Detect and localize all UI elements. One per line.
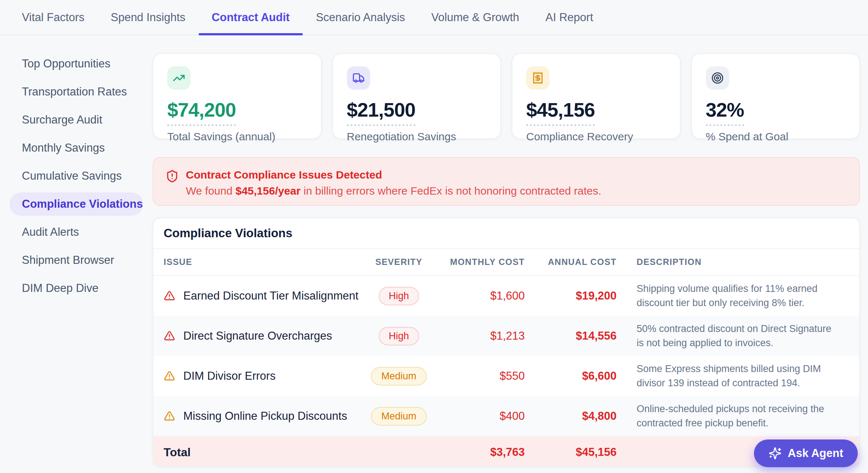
alert-body: We found $45,156/year in billing errors … xyxy=(186,185,601,197)
table-row[interactable]: Earned Discount Tier Misalignment High $… xyxy=(153,276,859,316)
severity-badge: High xyxy=(379,327,419,345)
compliance-violations-table: Compliance Violations Issue Severity Mon… xyxy=(153,218,860,467)
stat-value: $45,156 xyxy=(526,98,595,126)
severity-badge: Medium xyxy=(371,367,426,386)
sidebar-item-top-opportunities[interactable]: Top Opportunities xyxy=(9,52,143,75)
compliance-alert-banner: Contract Compliance Issues Detected We f… xyxy=(153,157,860,206)
sidebar-item-dim-deep-dive[interactable]: DIM Deep Dive xyxy=(9,277,143,300)
issue-description: Some Express shipments billed using DIM … xyxy=(617,357,849,395)
tab-scenario-analysis[interactable]: Scenario Analysis xyxy=(303,0,418,35)
stat-label: % Spend at Goal xyxy=(706,130,846,143)
warning-triangle-icon xyxy=(164,410,175,422)
annual-cost: $4,800 xyxy=(525,410,617,423)
total-label: Total xyxy=(164,446,369,459)
receipt-icon xyxy=(526,66,550,90)
stat-cards-row: $74,200 Total Savings (annual) $21,500 R… xyxy=(153,53,860,139)
issue-description: Online-scheduled pickups not receiving t… xyxy=(617,397,849,435)
warning-triangle-icon xyxy=(164,290,175,302)
truck-icon xyxy=(347,66,370,90)
tab-volume-growth[interactable]: Volume & Growth xyxy=(418,0,532,35)
stat-value: $21,500 xyxy=(347,98,415,126)
sidebar-item-compliance-violations[interactable]: Compliance Violations xyxy=(9,192,143,216)
table-row[interactable]: Direct Signature Overcharges High $1,213… xyxy=(153,316,859,356)
sidebar: Top Opportunities Transportation Rates S… xyxy=(0,35,153,473)
total-monthly-cost: $3,763 xyxy=(429,446,525,459)
sidebar-item-shipment-browser[interactable]: Shipment Browser xyxy=(9,249,143,272)
alert-title: Contract Compliance Issues Detected xyxy=(186,169,601,181)
sidebar-item-cumulative-savings[interactable]: Cumulative Savings xyxy=(9,164,143,188)
contract-audit-page: Vital Factors Spend Insights Contract Au… xyxy=(0,0,868,473)
warning-triangle-icon xyxy=(164,330,175,342)
monthly-cost: $400 xyxy=(429,410,525,423)
column-header-description: Description xyxy=(617,257,849,267)
column-header-issue: Issue xyxy=(164,257,369,267)
table-total-row: Total $3,763 $45,156 xyxy=(153,436,859,467)
tab-vital-factors[interactable]: Vital Factors xyxy=(9,0,98,35)
table-header-row: Issue Severity Monthly Cost Annual Cost … xyxy=(153,249,859,276)
annual-cost: $14,556 xyxy=(525,329,617,343)
monthly-cost: $1,213 xyxy=(429,329,525,343)
ask-agent-button[interactable]: Ask Agent xyxy=(754,439,858,467)
stat-card-spend-at-goal: 32% % Spend at Goal xyxy=(691,53,860,139)
issue-name: DIM Divisor Errors xyxy=(183,370,275,383)
total-annual-cost: $45,156 xyxy=(525,446,617,459)
monthly-cost: $1,600 xyxy=(429,289,525,302)
alert-amount: $45,156/year xyxy=(235,185,301,197)
tab-ai-report[interactable]: AI Report xyxy=(532,0,606,35)
sparkles-icon xyxy=(769,447,782,460)
main-content: $74,200 Total Savings (annual) $21,500 R… xyxy=(153,35,860,467)
stat-value: 32% xyxy=(706,98,744,126)
tab-spend-insights[interactable]: Spend Insights xyxy=(98,0,199,35)
ask-agent-label: Ask Agent xyxy=(788,447,843,460)
annual-cost: $6,600 xyxy=(525,370,617,383)
severity-badge: Medium xyxy=(371,407,426,426)
stat-label: Renegotiation Savings xyxy=(347,130,487,143)
stat-value: $74,200 xyxy=(167,98,236,126)
issue-name: Direct Signature Overcharges xyxy=(183,329,332,343)
sidebar-item-audit-alerts[interactable]: Audit Alerts xyxy=(9,220,143,244)
issue-description: 50% contracted discount on Direct Signat… xyxy=(617,317,849,355)
monthly-cost: $550 xyxy=(429,370,525,383)
stat-card-total-savings: $74,200 Total Savings (annual) xyxy=(153,53,322,139)
column-header-annual-cost: Annual Cost xyxy=(525,257,617,267)
target-icon xyxy=(706,66,729,90)
issue-description: Shipping volume qualifies for 11% earned… xyxy=(617,277,849,315)
issue-name: Missing Online Pickup Discounts xyxy=(183,410,347,423)
column-header-severity: Severity xyxy=(369,257,429,267)
sidebar-item-surcharge-audit[interactable]: Surcharge Audit xyxy=(9,108,143,132)
column-header-monthly-cost: Monthly Cost xyxy=(429,257,525,267)
stat-label: Compliance Recovery xyxy=(526,130,666,143)
warning-triangle-icon xyxy=(164,370,175,382)
severity-badge: High xyxy=(379,287,419,305)
table-title: Compliance Violations xyxy=(164,226,292,240)
sidebar-item-monthly-savings[interactable]: Monthly Savings xyxy=(9,136,143,160)
top-tab-bar: Vital Factors Spend Insights Contract Au… xyxy=(0,0,868,35)
issue-name: Earned Discount Tier Misalignment xyxy=(183,289,359,302)
table-row[interactable]: DIM Divisor Errors Medium $550 $6,600 So… xyxy=(153,356,859,396)
annual-cost: $19,200 xyxy=(525,289,617,302)
table-row[interactable]: Missing Online Pickup Discounts Medium $… xyxy=(153,396,859,436)
tab-contract-audit[interactable]: Contract Audit xyxy=(199,0,303,35)
stat-card-compliance-recovery: $45,156 Compliance Recovery xyxy=(512,53,681,139)
stat-label: Total Savings (annual) xyxy=(167,130,307,143)
stat-card-renegotiation-savings: $21,500 Renegotiation Savings xyxy=(332,53,501,139)
trending-up-icon xyxy=(167,66,191,90)
sidebar-item-transportation-rates[interactable]: Transportation Rates xyxy=(9,80,143,103)
shield-alert-icon xyxy=(165,169,179,183)
